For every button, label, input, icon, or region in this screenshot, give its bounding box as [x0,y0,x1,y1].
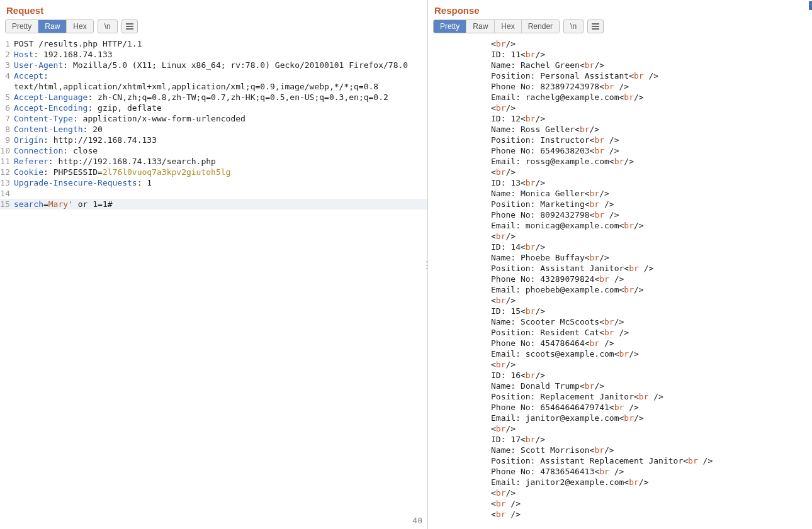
code-line[interactable]: Position: Replacement Janitor<br /> [428,391,812,402]
code-line[interactable]: ID: 13<br/> [428,177,812,188]
code-line[interactable]: ID: 15<br/> [428,306,812,316]
code-line[interactable]: <br/> [428,231,812,242]
code-line[interactable]: <br/> [428,103,812,113]
code-line[interactable]: Name: Phoebe Buffay<br/> [428,252,812,263]
code-line[interactable]: <br/> [428,38,812,49]
response-tab-hex[interactable]: Hex [495,20,521,33]
response-viewer[interactable]: <br/>ID: 11<br/>Name: Rachel Green<br/>P… [428,37,812,529]
code-line[interactable]: Phone No: 47836546413<br /> [428,466,812,477]
code-line[interactable]: <br /> [428,498,812,509]
code-line[interactable]: 10Connection: close [0,145,427,156]
code-line[interactable]: ID: 16<br/> [428,370,812,381]
request-view-tabs: Pretty Raw Hex [5,19,94,33]
code-line[interactable]: Phone No: 6549638203<br /> [428,145,812,156]
code-line[interactable]: Email: phoebeb@example.com<br/> [428,284,812,295]
code-line[interactable]: Name: Donald Trump<br/> [428,381,812,391]
code-line[interactable]: ID: 17<br/> [428,434,812,445]
code-line[interactable]: Name: Scooter McScoots<br/> [428,316,812,327]
code-line[interactable]: Name: Rachel Green<br/> [428,60,812,70]
code-line[interactable]: <br/> [428,487,812,498]
code-line[interactable]: 12Cookie: PHPSESSID=2l76l0vuoq7a3kpv2giu… [0,167,427,177]
code-line[interactable]: Phone No: 43289079824<br /> [428,274,812,284]
code-line[interactable]: Name: Ross Geller<br/> [428,124,812,135]
code-line[interactable]: <br/> [428,167,812,177]
response-newline-toggle[interactable]: \n [563,19,584,33]
code-line[interactable]: Email: janitor@example.com<br/> [428,413,812,423]
response-pane: Response Pretty Raw Hex Render \n <br/>I… [428,0,812,529]
response-title: Response [428,0,812,19]
request-pane: Request Pretty Raw Hex \n 1POST /results… [0,0,428,529]
code-line[interactable]: Email: monicag@example.com<br/> [428,220,812,231]
request-newline-toggle[interactable]: \n [98,19,118,33]
code-line[interactable]: 11Referer: http://192.168.74.133/search.… [0,156,427,167]
request-tab-raw[interactable]: Raw [38,20,67,33]
code-line[interactable]: ID: 12<br/> [428,113,812,124]
code-line[interactable]: <br/> [428,295,812,306]
code-line[interactable]: Phone No: 65464646479741<br /> [428,402,812,413]
request-title: Request [0,0,427,19]
code-line[interactable]: Position: Marketing<br /> [428,199,812,209]
code-line[interactable]: 6Accept-Encoding: gzip, deflate [0,103,427,113]
code-line[interactable]: 8Content-Length: 20 [0,124,427,135]
code-line[interactable]: Position: Assistant Janitor<br /> [428,263,812,274]
code-line[interactable]: Email: rachelg@example.com<br/> [428,92,812,103]
code-line[interactable]: Phone No: 8092432798<br /> [428,209,812,220]
code-line[interactable]: 4Accept: [0,70,427,81]
code-line[interactable]: 9Origin: http://192.168.74.133 [0,135,427,145]
response-toolbar: Pretty Raw Hex Render \n [428,19,812,37]
request-menu-button[interactable] [121,19,138,33]
response-tab-render[interactable]: Render [522,20,559,33]
request-length-badge: 40 [412,516,422,525]
response-tab-pretty[interactable]: Pretty [434,20,466,33]
code-line[interactable]: 14 [0,188,427,199]
code-line[interactable]: Position: Resident Cat<br /> [428,327,812,338]
code-line[interactable]: Email: rossg@example.com<br/> [428,156,812,167]
code-line[interactable]: <br/> [428,359,812,370]
code-line[interactable]: Position: Instructor<br /> [428,135,812,145]
code-line[interactable]: 5Accept-Language: zh-CN,zh;q=0.8,zh-TW;q… [0,92,427,103]
code-line[interactable]: <br/> [428,423,812,434]
response-view-tabs: Pretty Raw Hex Render [433,19,560,33]
code-line[interactable]: Email: janitor2@example.com<br/> [428,477,812,487]
code-line[interactable]: text/html,application/xhtml+xml,applicat… [0,81,427,92]
code-line[interactable]: Position: Personal Assistant<br /> [428,70,812,81]
code-line[interactable]: 2Host: 192.168.74.133 [0,49,427,60]
hamburger-icon [126,23,133,30]
code-line[interactable]: ID: 11<br/> [428,49,812,60]
code-line[interactable]: Name: Scott Morrison<br/> [428,445,812,455]
request-tab-hex[interactable]: Hex [67,20,93,33]
code-line[interactable]: Phone No: 454786464<br /> [428,338,812,348]
response-tab-raw[interactable]: Raw [466,20,495,33]
code-line[interactable]: 1POST /results.php HTTP/1.1 [0,38,427,49]
code-line[interactable]: <br /> [428,509,812,520]
scroll-marker [809,1,812,10]
code-line[interactable]: 15search=Mary' or 1=1# [0,199,427,209]
code-line[interactable]: ID: 14<br/> [428,242,812,252]
code-line[interactable]: Email: scoots@example.com<br/> [428,348,812,359]
hamburger-icon [592,23,599,30]
response-menu-button[interactable] [587,19,604,33]
code-line[interactable]: 13Upgrade-Insecure-Requests: 1 [0,177,427,188]
code-line[interactable]: Phone No: 823897243978<br /> [428,81,812,92]
request-editor[interactable]: 1POST /results.php HTTP/1.12Host: 192.16… [0,37,427,529]
request-tab-pretty[interactable]: Pretty [6,20,38,33]
code-line[interactable]: Position: Assistant Replacement Janitor<… [428,455,812,466]
request-toolbar: Pretty Raw Hex \n [0,19,427,37]
code-line[interactable]: 7Content-Type: application/x-www-form-ur… [0,113,427,124]
code-line[interactable]: 3User-Agent: Mozilla/5.0 (X11; Linux x86… [0,60,427,70]
code-line[interactable]: Name: Monica Geller<br/> [428,188,812,199]
